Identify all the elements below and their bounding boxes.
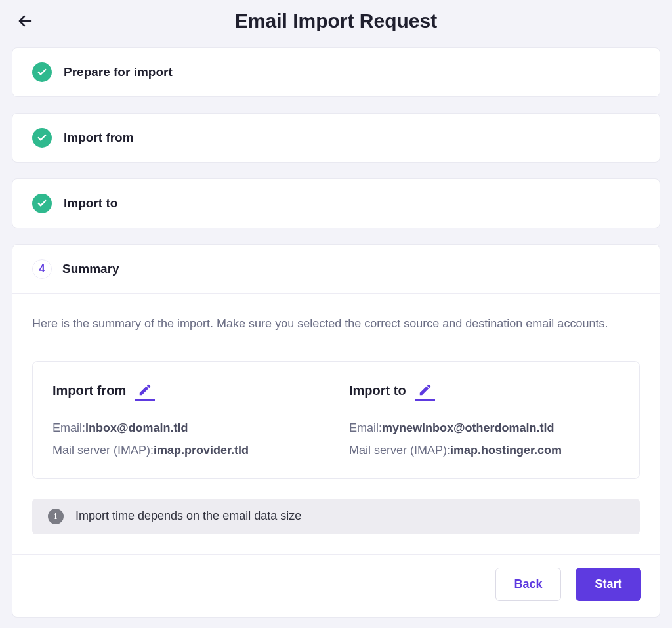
to-email-label: Email: (349, 421, 382, 434)
import-from-column: Import from Email:inbox@domain.tld Mail … (52, 381, 323, 461)
info-text: Import time depends on the email data si… (75, 509, 301, 523)
back-button[interactable]: Back (495, 568, 561, 601)
pencil-icon (138, 383, 152, 397)
from-server-line: Mail server (IMAP):imap.provider.tld (52, 439, 323, 461)
import-from-heading: Import from (52, 383, 126, 398)
step-label: Prepare for import (64, 65, 173, 79)
check-circle-icon (32, 128, 52, 148)
page-title: Email Import Request (235, 10, 437, 32)
summary-description: Here is the summary of the import. Make … (32, 314, 640, 335)
step-label: Import to (64, 196, 117, 211)
to-server-value: imap.hostinger.com (450, 444, 562, 457)
edit-import-from-button[interactable] (135, 381, 155, 401)
from-server-label: Mail server (IMAP): (52, 444, 154, 457)
import-to-column: Import to Email:mynewinbox@otherdomain.t… (349, 381, 620, 461)
step-prepare-for-import[interactable]: Prepare for import (12, 47, 660, 97)
to-email-line: Email:mynewinbox@otherdomain.tld (349, 417, 620, 439)
content: Prepare for import Import from Import to… (0, 42, 672, 628)
arrow-left-icon (17, 12, 33, 30)
page-header: Email Import Request (0, 0, 672, 42)
summary-card: 4 Summary Here is the summary of the imp… (12, 244, 660, 618)
check-circle-icon (32, 62, 52, 82)
import-to-heading: Import to (349, 383, 406, 398)
info-icon: i (48, 509, 64, 524)
back-arrow-button[interactable] (13, 9, 37, 33)
import-from-heading-row: Import from (52, 381, 323, 401)
info-banner: i Import time depends on the email data … (32, 499, 640, 534)
from-email-line: Email:inbox@domain.tld (52, 417, 323, 439)
step-import-from[interactable]: Import from (12, 113, 660, 163)
from-email-label: Email: (52, 421, 85, 434)
step-label: Import from (64, 131, 134, 145)
summary-body: Here is the summary of the import. Make … (12, 294, 660, 534)
summary-header: 4 Summary (12, 245, 660, 293)
start-button[interactable]: Start (576, 568, 641, 601)
step-number-badge: 4 (32, 259, 52, 279)
edit-import-to-button[interactable] (415, 381, 435, 401)
pencil-icon (418, 383, 432, 397)
to-email-value: mynewinbox@otherdomain.tld (382, 421, 555, 434)
footer-actions: Back Start (12, 555, 660, 617)
import-to-heading-row: Import to (349, 381, 620, 401)
check-circle-icon (32, 194, 52, 213)
to-server-label: Mail server (IMAP): (349, 444, 450, 457)
summary-title: Summary (62, 262, 119, 276)
from-server-value: imap.provider.tld (154, 444, 249, 457)
step-import-to[interactable]: Import to (12, 178, 660, 228)
from-email-value: inbox@domain.tld (85, 421, 188, 434)
to-server-line: Mail server (IMAP):imap.hostinger.com (349, 439, 620, 461)
summary-detail-box: Import from Email:inbox@domain.tld Mail … (32, 361, 640, 479)
